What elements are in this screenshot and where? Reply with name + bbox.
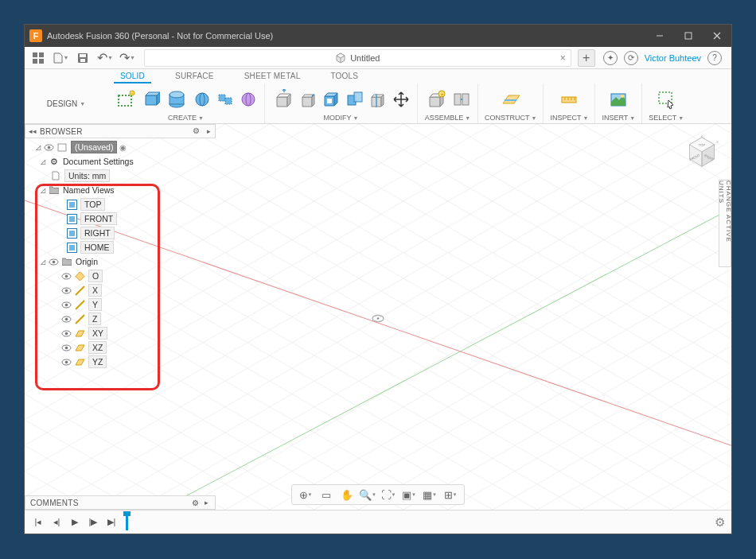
tree-plane-yz[interactable]: YZ — [25, 355, 216, 369]
visibility-icon[interactable] — [61, 300, 72, 310]
comments-settings-button[interactable]: ⚙ — [192, 499, 199, 507]
expand-icon[interactable]: ◿ — [39, 258, 47, 266]
redo-button[interactable]: ↷▼ — [117, 49, 138, 67]
fillet-button[interactable] — [299, 90, 318, 109]
timeline-marker[interactable] — [126, 514, 128, 530]
create-form-button[interactable] — [142, 90, 161, 109]
tree-view-right[interactable]: RIGHT — [25, 226, 216, 240]
fit-button[interactable]: ⛶▼ — [381, 487, 396, 502]
display-settings-button[interactable]: ▣▼ — [402, 487, 416, 502]
timeline-end-button[interactable]: ▶| — [104, 515, 119, 530]
ribbon-label-assemble[interactable]: ASSEMBLE▼ — [425, 114, 470, 123]
visibility-icon[interactable] — [61, 328, 72, 339]
tree-view-top[interactable]: TOP — [25, 197, 216, 212]
visibility-icon[interactable] — [49, 257, 59, 267]
visibility-icon[interactable] — [61, 314, 72, 324]
comments-panel[interactable]: COMMENTS ⚙ ▸ — [25, 495, 216, 510]
tree-axis-y[interactable]: Y — [25, 297, 216, 312]
close-document-button[interactable]: × — [560, 52, 566, 64]
ribbon-label-inspect[interactable]: INSPECT▼ — [550, 114, 588, 123]
construct-plane-button[interactable] — [499, 87, 523, 111]
change-units-tab[interactable]: CHANGE ACTIVE UNITS — [719, 180, 731, 267]
close-button[interactable] — [703, 25, 731, 47]
press-pull-button[interactable] — [271, 87, 295, 111]
radio-active-icon[interactable]: ◉ — [119, 143, 127, 152]
expand-icon[interactable]: ◿ — [39, 186, 47, 194]
loft-button[interactable] — [239, 90, 258, 109]
svg-rect-22 — [327, 99, 332, 103]
split-body-button[interactable] — [368, 90, 388, 109]
orbit-button[interactable]: ⊕▼ — [298, 487, 313, 502]
ribbon-label-insert[interactable]: INSERT▼ — [602, 114, 635, 123]
window-title: Autodesk Fusion 360 (Personal - Not for … — [47, 31, 645, 41]
visibility-icon[interactable] — [61, 285, 72, 296]
tree-axis-x[interactable]: X — [25, 283, 216, 297]
grid-settings-button[interactable]: ▦▼ — [423, 487, 437, 502]
visibility-icon[interactable] — [61, 343, 72, 353]
visibility-icon[interactable] — [61, 271, 72, 281]
visibility-icon[interactable] — [61, 357, 72, 367]
select-button[interactable] — [654, 87, 678, 111]
collapse-browser-button[interactable]: ◂◂ — [29, 127, 37, 135]
undo-button[interactable]: ↶▼ — [95, 49, 115, 67]
tree-origin[interactable]: ◿ Origin — [25, 254, 216, 269]
extrude-button[interactable] — [165, 87, 189, 111]
browser-settings-button[interactable]: ⚙ — [193, 126, 202, 136]
ribbon-label-construct[interactable]: CONSTRUCT▼ — [485, 114, 536, 123]
ribbon-label-select[interactable]: SELECT▼ — [649, 114, 684, 123]
insert-decal-button[interactable] — [606, 87, 630, 111]
timeline-start-button[interactable]: |◂ — [31, 515, 45, 530]
sweep-button[interactable] — [216, 90, 235, 109]
timeline-play-button[interactable]: ▶ — [68, 515, 82, 530]
timeline-back-button[interactable]: ◂| — [49, 515, 64, 530]
extensions-button[interactable]: ✦ — [603, 51, 618, 65]
new-design-button[interactable]: + — [578, 49, 595, 67]
timeline-forward-button[interactable]: |▶ — [86, 515, 100, 530]
minimize-button[interactable] — [645, 25, 674, 47]
tree-origin-point[interactable]: O — [25, 269, 216, 283]
tree-document-settings[interactable]: ◿ ⚙ Document Settings — [25, 154, 216, 169]
expand-icon[interactable]: ◿ — [39, 157, 47, 165]
tree-plane-xz[interactable]: XZ — [25, 340, 216, 355]
tree-view-home[interactable]: HOME — [25, 240, 216, 254]
plane-icon — [74, 328, 85, 339]
pan-button[interactable]: ✋ — [340, 487, 354, 502]
tree-plane-xy[interactable]: XY — [25, 326, 216, 340]
joint-button[interactable] — [452, 90, 471, 109]
file-menu[interactable]: ▼ — [50, 49, 71, 67]
expand-icon[interactable]: ◿ — [34, 143, 42, 151]
maximize-button[interactable] — [674, 25, 703, 47]
tab-surface[interactable]: SURFACE — [169, 69, 220, 83]
tab-sheet-metal[interactable]: SHEET METAL — [238, 69, 307, 83]
user-account[interactable]: Victor Buhteev — [645, 53, 701, 63]
tab-tools[interactable]: TOOLS — [324, 69, 364, 83]
browser-header: ◂◂ BROWSER ⚙ ▸ — [25, 124, 216, 138]
job-status-button[interactable]: ⟳ — [624, 51, 638, 65]
revolve-button[interactable] — [193, 90, 212, 109]
save-button[interactable] — [72, 49, 93, 67]
move-button[interactable] — [392, 90, 411, 109]
ribbon-label-modify[interactable]: MODIFY▼ — [324, 114, 359, 123]
viewport-layouts-button[interactable]: ⊞▼ — [443, 487, 458, 502]
new-sketch-button[interactable]: + — [114, 87, 138, 111]
document-tab[interactable]: Untitled × — [144, 49, 571, 67]
tree-root[interactable]: ◿ (Unsaved) ◉ — [25, 140, 216, 154]
combine-button[interactable] — [345, 90, 364, 109]
view-cube[interactable]: TOP FRONT RIGHT x z — [685, 135, 719, 169]
help-button[interactable]: ? — [707, 51, 722, 65]
tree-axis-z[interactable]: Z — [25, 312, 216, 326]
zoom-button[interactable]: 🔍▼ — [360, 487, 375, 502]
tab-solid[interactable]: SOLID — [114, 69, 151, 83]
visibility-icon[interactable] — [44, 142, 54, 153]
tree-named-views[interactable]: ◿ Named Views — [25, 183, 216, 197]
workspace-picker[interactable]: DESIGN▼ — [25, 83, 107, 123]
shell-button[interactable] — [322, 90, 341, 109]
tree-view-front[interactable]: FRONT — [25, 212, 216, 226]
measure-button[interactable] — [557, 87, 581, 111]
ribbon-label-create[interactable]: CREATE▼ — [168, 114, 204, 123]
timeline-settings-button[interactable]: ⚙ — [715, 515, 725, 530]
tree-units[interactable]: Units: mm — [25, 169, 216, 183]
look-at-button[interactable]: ▭ — [319, 487, 333, 502]
data-panel-button[interactable] — [28, 49, 49, 67]
new-component-button[interactable]: ✦ — [424, 87, 448, 111]
